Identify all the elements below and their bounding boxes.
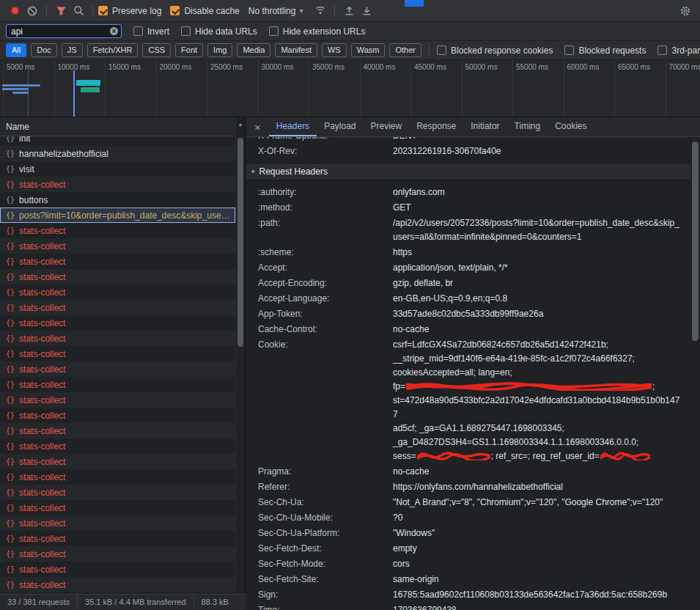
request-row[interactable]: {} stats-collect [0,377,235,392]
request-row[interactable]: {} stats-collect [0,577,235,592]
type-filter-pill[interactable]: Media [237,43,270,57]
filter-toggle-button[interactable] [52,2,70,20]
scrollbar-thumb[interactable] [692,142,699,341]
import-har-button[interactable] [340,2,358,20]
type-filter-pill[interactable]: Font [175,43,203,57]
type-filter-pill[interactable]: CSS [142,43,171,57]
blocked-requests-checkbox[interactable] [564,45,574,55]
details-scrollbar[interactable] [690,137,700,610]
details-tab[interactable]: Initiator [463,117,506,136]
request-row[interactable]: {} stats-collect [0,454,235,469]
hide-extension-urls-checkbox[interactable] [269,26,279,36]
hide-data-urls-label[interactable]: Hide data URLs [195,26,257,37]
request-row[interactable]: {} stats-collect [0,515,235,531]
type-filter-pill[interactable]: Other [389,43,421,57]
details-tab[interactable]: Payload [317,117,363,136]
toolbar-divider [334,5,335,17]
cookie-line: csrf=LdfcGX4Sa72db06824c657db26a5d142472… [393,338,683,352]
request-row[interactable]: {} stats-collect [0,531,235,546]
devtools-network-panel: Preserve log Disable cache No throttling… [0,0,700,610]
header-name: Accept-Encoding: [246,276,393,290]
details-tab[interactable]: Headers [269,117,317,136]
request-row[interactable]: {} stats-collect [0,361,235,377]
name-column-header[interactable]: Name [0,117,245,136]
request-row[interactable]: {} stats-collect [0,438,235,454]
type-filter-pill[interactable]: WS [322,43,347,57]
clear-filter-icon[interactable]: × [110,27,118,35]
request-row[interactable]: {} stats-collect [0,485,235,500]
disable-cache-label[interactable]: Disable cache [184,6,239,16]
request-row[interactable]: {} stats-collect [0,223,235,238]
request-row[interactable]: {} stats-collect [0,346,235,361]
header-row: Sign: 16785:5aad9602cf110608b03133de5636… [246,587,690,603]
scrollbar-thumb[interactable] [237,138,243,347]
type-filter-pill[interactable]: Manifest [275,43,317,57]
hide-extension-urls-label[interactable]: Hide extension URLs [283,26,366,37]
request-row[interactable]: {} stats-collect [0,177,235,192]
details-tab[interactable]: Cookies [548,117,594,136]
request-row[interactable]: {} visit [0,161,235,177]
request-name: stats-collect [19,364,232,375]
details-tab[interactable]: Timing [507,117,548,136]
request-name: stats-collect [19,426,232,436]
request-row[interactable]: {} stats-collect [0,408,235,423]
waterfall-selected-line [73,70,75,117]
blocked-response-cookies-label[interactable]: Blocked response cookies [451,45,553,56]
header-row-cookie: Cookie: csrf=LdfcGX4Sa72db06824c657db26a… [246,337,690,464]
request-row[interactable]: {} stats-collect [0,500,235,515]
request-row[interactable]: {} stats-collect [0,546,235,562]
type-filter-pill[interactable]: Fetch/XHR [87,43,139,57]
request-row[interactable]: {} stats-collect [0,469,235,485]
request-row[interactable]: {} stats-collect [0,315,235,331]
details-tab[interactable]: Preview [364,117,410,136]
request-headers-section[interactable]: ▾ Request Headers [246,163,690,180]
header-name: Pragma: [246,465,393,479]
request-row[interactable]: {} stats-collect [0,269,235,284]
timeline-overview[interactable]: 5000 ms 10000 ms 15000 ms 20000 ms 25000… [0,60,700,117]
invert-checkbox[interactable] [133,26,143,36]
blocked-requests-label[interactable]: Blocked requests [578,45,646,56]
clear-button[interactable] [23,2,41,20]
request-row[interactable]: {} stats-collect [0,284,235,300]
requests-scrollbar[interactable]: ▲ [235,117,245,594]
blocked-response-cookies-checkbox[interactable] [437,45,446,55]
record-button[interactable] [6,2,23,20]
third-party-requests-checkbox[interactable] [657,45,667,55]
request-row[interactable]: {} buttons [0,192,235,207]
type-filter-pill[interactable]: Wasm [351,43,386,57]
request-row[interactable]: {} stats-collect [0,331,235,346]
type-filter-pill[interactable]: Img [207,43,232,57]
type-filter-pill[interactable]: All [6,43,26,57]
request-row[interactable]: {} stats-collect [0,423,235,438]
throttling-select[interactable]: No throttling ▾ [248,6,303,16]
disable-cache-checkbox[interactable] [170,6,180,15]
third-party-requests-label[interactable]: 3rd-party requests [671,45,700,56]
hide-data-urls-checkbox[interactable] [181,26,191,36]
cookie-text: sess= [393,451,416,461]
scroll-up-icon[interactable]: ▲ [236,117,245,127]
search-button[interactable] [70,2,87,20]
settings-button[interactable] [677,2,694,20]
details-tab[interactable]: Response [409,117,463,136]
request-row[interactable]: {} posts?limit=10&order=publish_date_des… [0,207,235,223]
preserve-log-checkbox[interactable] [98,6,108,15]
filter-input[interactable] [6,24,122,38]
request-row[interactable]: {} stats-collect [0,254,235,269]
type-filter-pill[interactable]: JS [62,43,83,57]
cookie-text: fp= [393,381,405,392]
preserve-log-label[interactable]: Preserve log [112,6,161,16]
script-icon: {} [6,411,15,419]
request-row[interactable]: {} stats-collect [0,300,235,315]
invert-label[interactable]: Invert [147,26,169,37]
close-icon[interactable]: × [246,121,269,133]
request-row[interactable]: {} stats-collect [0,238,235,254]
network-conditions-button[interactable] [312,2,329,20]
export-har-button[interactable] [358,2,375,20]
type-filter-pill[interactable]: Doc [31,43,57,57]
request-row[interactable]: {} hannahelizabethofficial [0,146,235,161]
request-row[interactable]: {} stats-collect [0,562,235,577]
request-name: stats-collect [19,503,232,513]
request-row[interactable]: {} init [0,136,235,146]
request-row[interactable]: {} stats-collect [0,392,235,408]
header-row: Sec-Fetch-Dest: empty [246,541,690,556]
